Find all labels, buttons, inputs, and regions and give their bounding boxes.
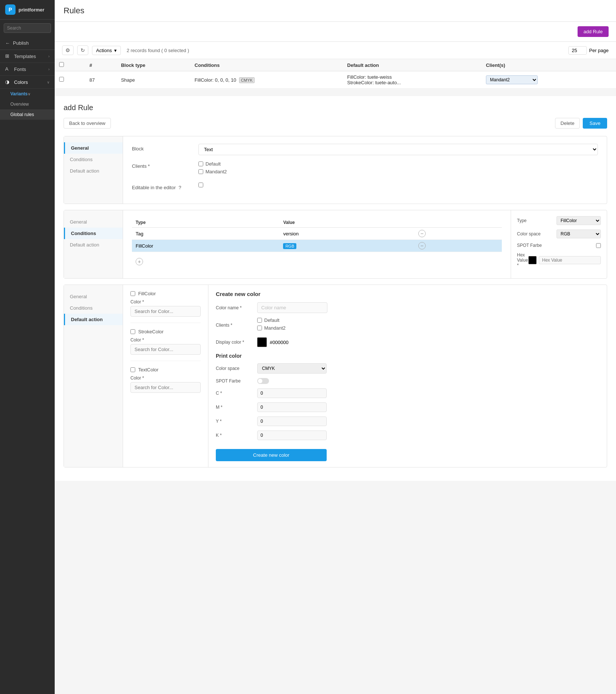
text-color-checkbox[interactable] (130, 367, 135, 372)
main-content: Rules add Rule ⚙ ↻ Actions ▾ 2 records f… (55, 0, 616, 694)
display-color-swatch (257, 337, 267, 347)
spot-farbe-toggle[interactable] (257, 378, 269, 384)
nav-item-default-action-2[interactable]: Default action (64, 239, 123, 251)
add-condition-button[interactable]: + (136, 258, 143, 265)
fill-color-checkbox[interactable] (130, 291, 135, 296)
conditions-right-panel: Type FillColor Color space RGB SPOT Farb… (511, 210, 607, 278)
block-select[interactable]: Text (198, 144, 598, 155)
text-color-label: TextColor (138, 367, 159, 372)
add-rule-button[interactable]: add Rule (578, 26, 609, 37)
sidebar-sub-item-variants[interactable]: Variants ∨ (0, 89, 55, 99)
print-color-section: Print color Color space CMYK SPOT Farbe (216, 353, 327, 461)
client-mandant2-checkbox[interactable] (198, 169, 203, 174)
help-icon: ? (178, 185, 181, 190)
actions-dropdown[interactable]: Actions ▾ (92, 46, 121, 55)
display-color-hex: #000000 (270, 340, 289, 345)
stroke-color-block: StrokeColor Color * (130, 329, 201, 361)
sidebar-item-fonts[interactable]: A Fonts › (0, 63, 55, 76)
chevron-right-icon: › (48, 67, 50, 71)
col-checkbox (55, 59, 85, 71)
conditions-panel-nav: General Conditions Default action (64, 210, 123, 278)
fill-color-search-input[interactable] (130, 306, 201, 317)
rules-toolbar: add Rule (55, 22, 616, 42)
nav-item-default-action-3[interactable]: Default action (64, 314, 123, 325)
sidebar-item-colors[interactable]: ◑ Colors ∨ (0, 76, 55, 89)
logo-text: printformer (18, 7, 44, 13)
action-line2: StrokeColor: tuete-auto... (347, 80, 477, 85)
sidebar-sub-item-overview[interactable]: Overview (0, 99, 55, 109)
block-row: Block Text (132, 144, 598, 155)
fill-color-label: FillColor (138, 291, 156, 296)
publish-nav-item[interactable]: ← Publish (0, 37, 55, 50)
save-button[interactable]: Save (583, 118, 607, 129)
color-name-label: Color name * (216, 305, 253, 310)
print-k-input[interactable] (257, 431, 327, 440)
text-color-search-input[interactable] (130, 382, 201, 393)
editable-row: Editable in the editor ? (132, 183, 598, 190)
sidebar-sub-label: Global rules (10, 112, 34, 117)
table-row: 87 Shape FillColor: 0, 0, 0, 10 CMYK Fil… (55, 71, 616, 89)
stroke-color-field-label: Color * (130, 337, 201, 343)
print-c-input[interactable] (257, 388, 327, 398)
nav-item-general-2[interactable]: General (64, 216, 123, 228)
client-select[interactable]: Mandant2 (486, 75, 538, 84)
select-all-checkbox[interactable] (59, 62, 64, 67)
row-checkbox-cell (55, 71, 85, 89)
search-input[interactable] (4, 23, 51, 33)
per-page-input[interactable] (568, 46, 587, 55)
page-header: Rules (55, 0, 616, 22)
right-type-label: Type (517, 218, 527, 223)
color-name-input[interactable] (257, 302, 327, 313)
remove-condition-button[interactable]: − (418, 230, 426, 237)
nav-item-default-action[interactable]: Default action (64, 165, 123, 177)
right-colorspace-select[interactable]: RGB (557, 229, 601, 238)
print-k-row: K * (216, 431, 327, 440)
right-hex-label: Hex Value * (517, 252, 528, 268)
print-c-row: C * (216, 388, 327, 398)
nav-item-conditions-3[interactable]: Conditions (64, 302, 123, 314)
font-icon: A (5, 66, 11, 72)
logo-icon: P (5, 4, 16, 15)
right-hexvalue-row: Hex Value * (517, 252, 601, 268)
condition-row-tag: Tag version − (132, 228, 502, 240)
stroke-color-label: StrokeColor (138, 329, 164, 334)
print-colorspace-select[interactable]: CMYK (257, 363, 327, 374)
print-colorspace-label: Color space (216, 366, 253, 371)
conditions-col-value: Value (279, 218, 414, 228)
spot-farbe-checkbox[interactable] (596, 243, 601, 248)
sidebar-sub-item-global-rules[interactable]: Global rules (0, 109, 55, 120)
client-default-checkbox[interactable] (198, 161, 203, 166)
condition-value-fillcolor: RGB (279, 240, 414, 252)
nav-item-general-3[interactable]: General (64, 291, 123, 302)
nav-item-conditions-2[interactable]: Conditions (64, 228, 123, 239)
sidebar-item-templates[interactable]: ⊞ Templates › (0, 50, 55, 63)
editable-checkbox[interactable] (198, 183, 203, 187)
rgb-badge: RGB (283, 243, 296, 249)
sidebar-sub-label: Variants (10, 91, 28, 96)
template-icon: ⊞ (5, 53, 11, 59)
conditions-col-action (415, 218, 502, 228)
sidebar-sub-label: Overview (10, 102, 29, 107)
stroke-color-checkbox[interactable] (130, 329, 135, 334)
delete-button[interactable]: Delete (555, 118, 580, 129)
new-color-default-checkbox[interactable] (257, 318, 262, 323)
back-overview-button[interactable]: Back to overview (64, 118, 111, 129)
right-type-select[interactable]: FillColor (557, 216, 601, 225)
stroke-color-search-input[interactable] (130, 344, 201, 355)
remove-condition-button-2[interactable]: − (418, 242, 426, 249)
refresh-icon-button[interactable]: ↻ (77, 45, 88, 55)
row-checkbox[interactable] (59, 77, 64, 82)
col-block-type: Block type (116, 59, 190, 71)
print-y-input[interactable] (257, 416, 327, 426)
nav-item-general[interactable]: General (64, 142, 123, 154)
hex-value-input[interactable] (539, 256, 601, 264)
create-color-button[interactable]: Create new color (216, 449, 327, 461)
nav-item-conditions[interactable]: Conditions (64, 154, 123, 165)
fill-color-block: FillColor Color * (130, 291, 201, 323)
new-color-mandant2-label: Mandant2 (264, 325, 286, 331)
print-m-input[interactable] (257, 402, 327, 412)
new-color-mandant2-checkbox[interactable] (257, 326, 262, 330)
records-info: 2 records found ( 0 selected ) (127, 48, 189, 53)
chevron-right-icon: › (48, 54, 50, 58)
settings-icon-button[interactable]: ⚙ (62, 45, 74, 55)
